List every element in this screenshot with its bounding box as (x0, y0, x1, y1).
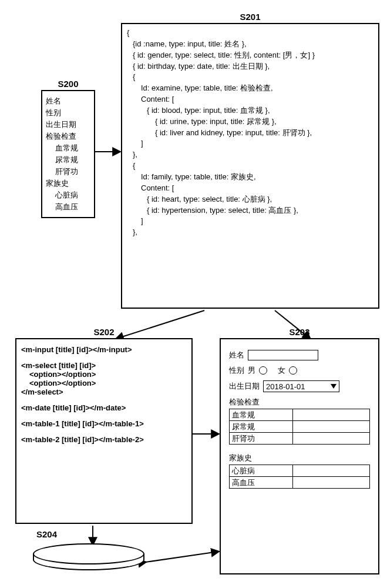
chevron-down-icon (331, 384, 336, 389)
gender-option-female-radio[interactable] (289, 366, 297, 375)
table-row: 血常规 (230, 409, 370, 421)
code-line: { id: liver and kidney, type: input, tit… (127, 128, 373, 139)
list-item: 尿常规 (46, 155, 90, 165)
label-s203: S203 (220, 327, 379, 337)
list-item: 家族史 (46, 178, 90, 189)
box-s202: <m-input [title] [id]></m-input><m-selec… (15, 338, 193, 524)
code-line: Id: family, type: table, title: 家族史, (127, 172, 373, 183)
code-line: <m-date [title] [id]></m-date> (21, 403, 187, 412)
code-line: </m-select> (21, 387, 187, 396)
birthday-value: 2018-01-01 (266, 382, 305, 391)
table-row: 高血压 (230, 477, 370, 489)
table-cell-label: 尿常规 (230, 421, 293, 433)
code-line: Id: examine, type: table, title: 检验检查, (127, 83, 373, 94)
examine-table: 血常规尿常规肝肾功 (229, 409, 370, 445)
birthday-select[interactable]: 2018-01-01 (263, 380, 339, 392)
table-cell-value[interactable] (292, 421, 369, 433)
gender-label: 性别 (229, 365, 244, 376)
box-s200: 姓名性别出生日期检验检查血常规尿常规肝肾功家族史心脏病高血压 (41, 90, 95, 218)
code-line: }, (127, 149, 373, 161)
list-item: 性别 (46, 108, 90, 118)
code-line: { (127, 161, 373, 172)
code-line: ] (127, 216, 373, 227)
birthday-label: 出生日期 (229, 381, 260, 392)
code-line: Content: [ (127, 94, 373, 105)
examine-title: 检验检查 (229, 397, 370, 407)
label-s201: S201 (121, 12, 379, 22)
table-cell-value[interactable] (292, 465, 369, 477)
list-item: 姓名 (46, 96, 90, 106)
table-row: 心脏病 (230, 465, 370, 477)
table-cell-value[interactable] (292, 433, 369, 445)
code-line: { id: gender, type: select, title: 性别, c… (127, 50, 373, 61)
code-line: { id: urine, type: input, title: 尿常规 }, (127, 116, 373, 128)
box-s201: {{id :name, type: input, title: 姓名 },{ i… (121, 23, 379, 309)
list-item: 出生日期 (46, 119, 90, 130)
gender-option-male-radio[interactable] (259, 366, 267, 375)
gender-option-male-label: 男 (248, 365, 255, 376)
family-table: 心脏病高血压 (229, 465, 370, 489)
code-line: { id: birthday, type: date, title: 出生日期 … (127, 61, 373, 72)
code-line: <m-select [title] [id]> (21, 361, 187, 370)
label-s200: S200 (41, 79, 95, 89)
gender-option-female-label: 女 (278, 365, 285, 376)
name-label: 姓名 (229, 350, 244, 360)
code-line: <option></option> (21, 370, 187, 379)
list-item: 检验检查 (46, 131, 90, 142)
name-input[interactable] (248, 350, 318, 360)
table-cell-label: 心脏病 (230, 465, 293, 477)
code-line: <option></option> (21, 379, 187, 387)
family-title: 家族史 (229, 453, 370, 463)
table-cell-value[interactable] (292, 477, 369, 489)
table-cell-label: 肝肾功 (230, 433, 293, 445)
code-line: { id: hypertension, type: select, title:… (127, 205, 373, 216)
code-line: <m-table-1 [title] [id]></m-table-1> (21, 419, 187, 428)
code-line: ] (127, 138, 373, 149)
svg-line-5 (146, 552, 218, 562)
list-item: 高血压 (46, 202, 90, 212)
code-line: { (127, 72, 373, 83)
code-line: Content: [ (127, 183, 373, 194)
code-line: { id: blood, type: input, title: 血常规 }, (127, 105, 373, 116)
code-line: }, (127, 227, 373, 238)
database-cylinder (33, 543, 144, 570)
code-line: { id: heart, type: select, title: 心脏病 }, (127, 194, 373, 205)
label-s204: S204 (36, 529, 57, 539)
code-line: { (127, 28, 373, 39)
table-row: 尿常规 (230, 421, 370, 433)
code-line: <m-input [title] [id]></m-input> (21, 345, 187, 354)
table-row: 肝肾功 (230, 433, 370, 445)
list-item: 肝肾功 (46, 166, 90, 177)
table-cell-label: 血常规 (230, 409, 293, 421)
list-item: 心脏病 (46, 190, 90, 201)
label-s202: S202 (15, 327, 193, 337)
box-s203: 姓名 性别 男 女 出生日期 2018-01-01 (220, 338, 379, 574)
code-line: <m-table-2 [title] [id]></m-table-2> (21, 435, 187, 444)
list-item: 血常规 (46, 143, 90, 153)
table-cell-label: 高血压 (230, 477, 293, 489)
table-cell-value[interactable] (292, 409, 369, 421)
code-line: {id :name, type: input, title: 姓名 }, (127, 39, 373, 50)
